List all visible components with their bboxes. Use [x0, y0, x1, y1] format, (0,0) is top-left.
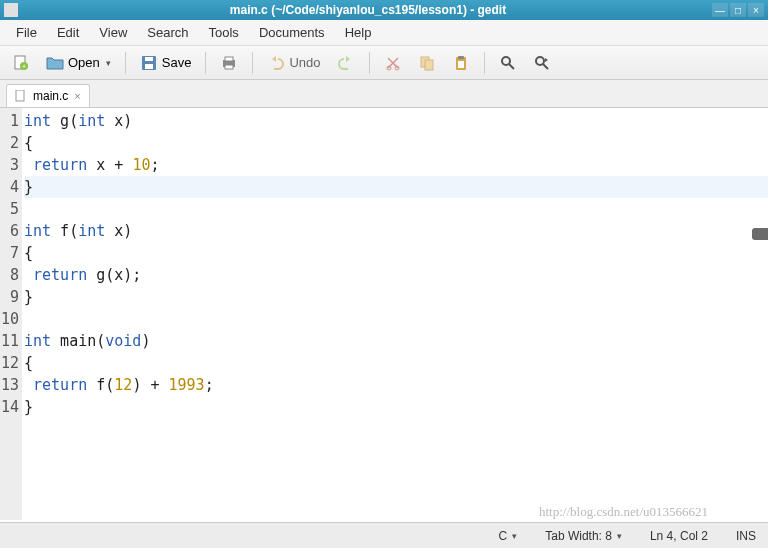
svg-rect-5	[145, 57, 153, 61]
editor: 1234567891011121314 int g(int x){ return…	[0, 108, 768, 520]
line-number: 2	[0, 132, 19, 154]
line-number: 7	[0, 242, 19, 264]
code-line[interactable]	[24, 198, 768, 220]
separator	[369, 52, 370, 74]
undo-label: Undo	[289, 55, 320, 70]
status-language[interactable]: C ▾	[499, 529, 518, 543]
code-line[interactable]: {	[24, 132, 768, 154]
minimize-button[interactable]: —	[712, 3, 728, 17]
status-position: Ln 4, Col 2	[650, 529, 708, 543]
line-number: 5	[0, 198, 19, 220]
svg-rect-8	[225, 65, 233, 69]
print-button[interactable]	[214, 51, 244, 75]
tab-close-button[interactable]: ×	[74, 90, 80, 102]
separator	[252, 52, 253, 74]
menu-documents[interactable]: Documents	[249, 21, 335, 44]
code-area[interactable]: int g(int x){ return x + 10;}int f(int x…	[22, 108, 768, 520]
chevron-down-icon: ▾	[106, 58, 111, 68]
code-line[interactable]: int g(int x)	[24, 110, 768, 132]
folder-icon	[46, 54, 64, 72]
code-line[interactable]: return g(x);	[24, 264, 768, 286]
svg-rect-12	[425, 60, 433, 70]
svg-rect-4	[145, 64, 153, 69]
titlebar: main.c (~/Code/shiyanlou_cs195/lesson1) …	[0, 0, 768, 20]
tab-main-c[interactable]: main.c ×	[6, 84, 90, 107]
code-line[interactable]: }	[24, 286, 768, 308]
paste-button[interactable]	[446, 51, 476, 75]
redo-button[interactable]	[331, 51, 361, 75]
watermark: http://blog.csdn.net/u013566621	[539, 504, 708, 520]
svg-point-16	[502, 57, 510, 65]
copy-button[interactable]	[412, 51, 442, 75]
menubar: File Edit View Search Tools Documents He…	[0, 20, 768, 46]
find-button[interactable]	[493, 51, 523, 75]
line-number: 11	[0, 330, 19, 352]
status-insert-mode[interactable]: INS	[736, 529, 756, 543]
window-title: main.c (~/Code/shiyanlou_cs195/lesson1) …	[24, 3, 712, 17]
side-panel-handle[interactable]: 显示工具栏	[752, 228, 768, 240]
svg-point-17	[536, 57, 544, 65]
separator	[205, 52, 206, 74]
separator	[125, 52, 126, 74]
line-number: 9	[0, 286, 19, 308]
tabbar: main.c ×	[0, 80, 768, 108]
menu-search[interactable]: Search	[137, 21, 198, 44]
menu-edit[interactable]: Edit	[47, 21, 89, 44]
save-icon	[140, 54, 158, 72]
cut-button[interactable]	[378, 51, 408, 75]
toolbar: + Open ▾ Save Undo	[0, 46, 768, 80]
menu-file[interactable]: File	[6, 21, 47, 44]
open-label: Open	[68, 55, 100, 70]
code-line[interactable]: return f(12) + 1993;	[24, 374, 768, 396]
svg-rect-14	[458, 56, 464, 59]
new-button[interactable]: +	[6, 51, 36, 75]
find-replace-icon	[533, 54, 551, 72]
search-icon	[499, 54, 517, 72]
code-line[interactable]: int main(void)	[24, 330, 768, 352]
print-icon	[220, 54, 238, 72]
line-number: 3	[0, 154, 19, 176]
code-line[interactable]: }	[24, 176, 768, 198]
undo-button[interactable]: Undo	[261, 51, 326, 75]
code-line[interactable]: {	[24, 242, 768, 264]
chevron-down-icon: ▾	[512, 531, 517, 541]
line-gutter: 1234567891011121314	[0, 108, 22, 520]
line-number: 6	[0, 220, 19, 242]
close-button[interactable]: ×	[748, 3, 764, 17]
line-number: 12	[0, 352, 19, 374]
cut-icon	[384, 54, 402, 72]
paste-icon	[452, 54, 470, 72]
line-number: 4	[0, 176, 19, 198]
save-button[interactable]: Save	[134, 51, 198, 75]
line-number: 10	[0, 308, 19, 330]
line-number: 13	[0, 374, 19, 396]
chevron-down-icon: ▾	[617, 531, 622, 541]
menu-tools[interactable]: Tools	[199, 21, 249, 44]
app-icon	[4, 3, 18, 17]
svg-text:+: +	[22, 63, 26, 70]
line-number: 1	[0, 110, 19, 132]
code-line[interactable]: {	[24, 352, 768, 374]
save-label: Save	[162, 55, 192, 70]
menu-view[interactable]: View	[89, 21, 137, 44]
tab-label: main.c	[33, 89, 68, 103]
code-line[interactable]: return x + 10;	[24, 154, 768, 176]
new-doc-icon: +	[12, 54, 30, 72]
redo-icon	[337, 54, 355, 72]
code-line[interactable]: }	[24, 396, 768, 418]
svg-rect-15	[458, 61, 464, 68]
svg-rect-7	[225, 57, 233, 61]
separator	[484, 52, 485, 74]
code-line[interactable]	[24, 308, 768, 330]
find-replace-button[interactable]	[527, 51, 557, 75]
line-number: 14	[0, 396, 19, 418]
open-button[interactable]: Open ▾	[40, 51, 117, 75]
undo-icon	[267, 54, 285, 72]
code-line[interactable]: int f(int x)	[24, 220, 768, 242]
copy-icon	[418, 54, 436, 72]
statusbar: C ▾ Tab Width: 8 ▾ Ln 4, Col 2 INS	[0, 522, 768, 548]
menu-help[interactable]: Help	[335, 21, 382, 44]
line-number: 8	[0, 264, 19, 286]
maximize-button[interactable]: □	[730, 3, 746, 17]
status-tabwidth[interactable]: Tab Width: 8 ▾	[545, 529, 622, 543]
